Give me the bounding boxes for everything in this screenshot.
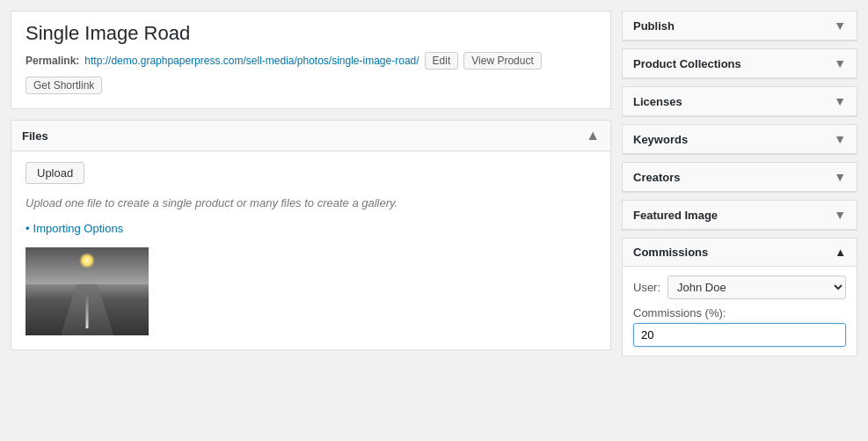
commissions-pct-label: Commissions (%):	[633, 306, 846, 320]
featured-image-label: Featured Image	[633, 209, 718, 222]
permalink-row: Permalink: http://demo.graphpaperpress.c…	[26, 52, 596, 70]
user-select[interactable]: John Doe Admin Editor	[667, 276, 846, 299]
creators-chevron-icon: ▼	[834, 170, 846, 184]
files-section: Files ▲ Upload Upload one file to create…	[11, 120, 611, 350]
user-row: User: John Doe Admin Editor	[633, 276, 846, 299]
commissions-chevron-icon: ▲	[835, 246, 846, 259]
commissions-content: User: John Doe Admin Editor Commissions …	[623, 267, 857, 356]
publish-box: Publish ▼	[622, 11, 857, 41]
featured-image-chevron-icon: ▼	[834, 208, 846, 222]
title-section: Single Image Road Permalink: http://demo…	[11, 11, 611, 109]
keywords-chevron-icon: ▼	[834, 132, 846, 146]
commissions-pct-input[interactable]	[633, 323, 846, 347]
creators-header[interactable]: Creators ▼	[623, 163, 857, 192]
publish-section-header[interactable]: Publish ▼	[623, 11, 857, 40]
commissions-label: Commissions	[633, 246, 708, 259]
publish-label: Publish	[633, 19, 675, 33]
permalink-label: Permalink:	[26, 55, 79, 67]
product-collections-header[interactable]: Product Collections ▼	[623, 49, 857, 78]
user-label: User:	[633, 281, 660, 294]
keywords-header[interactable]: Keywords ▼	[623, 125, 857, 154]
keywords-box: Keywords ▼	[622, 124, 857, 155]
commissions-pct-group: Commissions (%):	[633, 306, 846, 347]
product-collections-chevron-icon: ▼	[834, 56, 846, 70]
edit-permalink-button[interactable]: Edit	[425, 52, 459, 70]
upload-button[interactable]: Upload	[26, 162, 84, 184]
importing-options-link[interactable]: Importing Options	[26, 222, 596, 235]
licenses-header[interactable]: Licenses ▼	[623, 87, 857, 116]
files-section-label: Files	[22, 129, 48, 143]
creators-label: Creators	[633, 171, 680, 184]
licenses-box: Licenses ▼	[622, 86, 857, 117]
road-sun	[79, 253, 95, 268]
licenses-chevron-icon: ▼	[834, 94, 846, 108]
files-toggle-icon[interactable]: ▲	[586, 128, 600, 143]
licenses-label: Licenses	[633, 95, 682, 108]
featured-image-header[interactable]: Featured Image ▼	[623, 201, 857, 230]
product-collections-box: Product Collections ▼	[622, 48, 857, 79]
commissions-header[interactable]: Commissions ▲	[623, 239, 857, 267]
shortlink-row: Get Shortlink	[26, 77, 596, 94]
files-section-header[interactable]: Files ▲	[11, 121, 610, 151]
keywords-label: Keywords	[633, 133, 688, 146]
files-content: Upload Upload one file to create a singl…	[11, 151, 610, 349]
road-line	[86, 293, 89, 328]
commissions-box: Commissions ▲ User: John Doe Admin Edito…	[622, 238, 857, 356]
get-shortlink-button[interactable]: Get Shortlink	[26, 77, 102, 94]
page-title: Single Image Road	[26, 22, 596, 45]
upload-hint: Upload one file to create a single produ…	[26, 196, 596, 209]
featured-image-box: Featured Image ▼	[622, 200, 857, 231]
publish-chevron-icon: ▼	[834, 18, 846, 33]
permalink-url[interactable]: http://demo.graphpaperpress.com/sell-med…	[84, 55, 419, 67]
creators-box: Creators ▼	[622, 162, 857, 193]
product-thumbnail	[26, 247, 149, 335]
view-product-button[interactable]: View Product	[463, 52, 541, 70]
product-collections-label: Product Collections	[633, 57, 741, 70]
